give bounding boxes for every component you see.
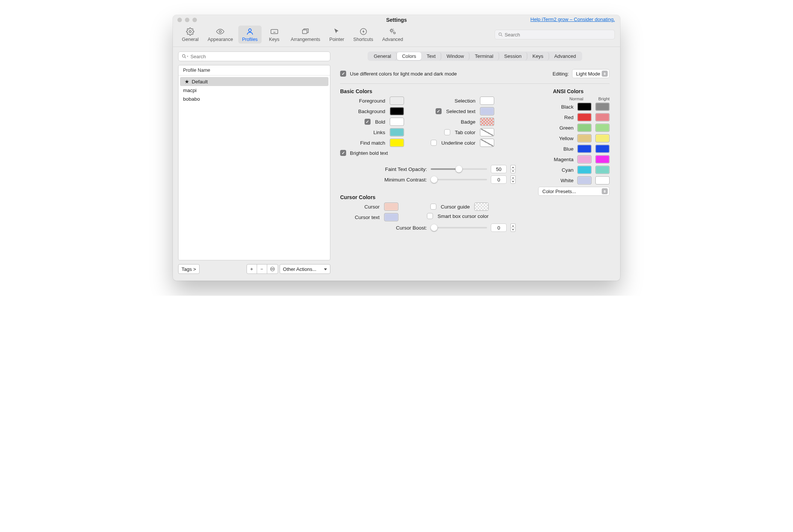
findmatch-label: Find match (360, 140, 385, 146)
min-contrast-slider[interactable] (431, 179, 487, 180)
bold-swatch[interactable] (390, 118, 404, 126)
cursor-boost-value[interactable]: 0 (491, 224, 507, 232)
ansi-white-bright[interactable] (595, 176, 610, 184)
profile-row[interactable]: macpi (179, 86, 330, 95)
profile-panel: General Colors Text Window Terminal Sess… (335, 51, 615, 274)
subtab-keys[interactable]: Keys (527, 52, 549, 60)
smart-box-cursor-label: Smart box cursor color (437, 213, 489, 219)
min-contrast-value[interactable]: 0 (491, 175, 507, 184)
use-diff-colors-checkbox[interactable] (340, 71, 346, 77)
tab-shortcuts[interactable]: Shortcuts (350, 26, 377, 44)
min-contrast-stepper[interactable] (510, 175, 516, 184)
ansi-yellow-bright[interactable] (595, 134, 610, 142)
findmatch-swatch[interactable] (390, 139, 404, 147)
tab-color-label: Tab color (455, 130, 475, 135)
cursor-guide-swatch[interactable] (474, 203, 489, 211)
cursor-guide-label: Cursor guide (441, 204, 470, 210)
donate-link[interactable]: Help iTerm2 grow – Consider donating. (530, 17, 615, 22)
profile-list: ★ Default macpi bobabo (179, 76, 330, 260)
content: Profile Name ★ Default macpi bobabo Tags… (173, 47, 620, 281)
ansi-red-label: Red (564, 115, 574, 120)
ansi-cyan-bright[interactable] (595, 166, 610, 174)
tags-button[interactable]: Tags > (178, 264, 200, 274)
cursor-boost-stepper[interactable] (510, 224, 516, 232)
tab-keys[interactable]: Keys (263, 26, 286, 44)
ansi-black-normal[interactable] (577, 103, 592, 111)
profile-row[interactable]: bobabo (179, 95, 330, 103)
subtab-text[interactable]: Text (421, 52, 441, 60)
ansi-white-normal[interactable] (577, 176, 592, 184)
ansi-black-bright[interactable] (595, 103, 610, 111)
profile-row[interactable]: ★ Default (180, 77, 328, 86)
foreground-swatch[interactable] (390, 97, 404, 105)
ansi-green-bright[interactable] (595, 124, 610, 132)
underline-color-checkbox[interactable] (431, 140, 437, 146)
tab-pointer[interactable]: Pointer (325, 26, 348, 44)
subtab-session[interactable]: Session (499, 52, 527, 60)
cursor-swatch[interactable] (384, 203, 398, 211)
brighten-bold-label: Brighten bold text (350, 150, 388, 156)
ansi-red-bright[interactable] (595, 113, 610, 121)
cursor-text-swatch[interactable] (384, 213, 398, 221)
profile-search-input[interactable] (191, 54, 327, 59)
ansi-cyan-normal[interactable] (577, 166, 592, 174)
bolt-icon (359, 27, 368, 36)
smart-box-cursor-checkbox[interactable] (427, 213, 433, 219)
ansi-blue-normal[interactable] (577, 145, 592, 153)
faint-opacity-value[interactable]: 50 (491, 165, 507, 173)
tab-profiles[interactable]: Profiles (238, 26, 262, 44)
remove-profile-button[interactable]: － (257, 264, 267, 274)
ansi-red-normal[interactable] (577, 113, 592, 121)
add-profile-button[interactable]: ＋ (247, 264, 257, 274)
ansi-magenta-bright[interactable] (595, 155, 610, 163)
selected-text-swatch[interactable] (480, 107, 494, 115)
badge-swatch[interactable] (480, 118, 494, 126)
cursor-guide-checkbox[interactable] (430, 204, 436, 210)
selection-swatch[interactable] (480, 97, 494, 105)
ansi-yellow-normal[interactable] (577, 134, 592, 142)
profile-search[interactable] (178, 51, 330, 61)
svg-point-11 (271, 269, 272, 269)
tab-color-checkbox[interactable] (444, 129, 450, 135)
foreground-label: Foreground (359, 98, 385, 104)
links-swatch[interactable] (390, 128, 404, 136)
minimize-dot[interactable] (185, 18, 189, 22)
other-actions-dropdown[interactable]: Other Actions... (280, 264, 330, 274)
subtab-window[interactable]: Window (441, 52, 469, 60)
cursor-boost-slider[interactable] (431, 227, 487, 228)
underline-color-swatch[interactable] (480, 139, 494, 147)
editing-mode-select[interactable]: Light Mode (572, 69, 610, 78)
subtab-colors[interactable]: Colors (397, 52, 422, 60)
close-dot[interactable] (177, 18, 182, 22)
person-icon (246, 27, 254, 36)
subtab-terminal[interactable]: Terminal (469, 52, 499, 60)
toolbar-search[interactable] (495, 30, 615, 39)
tab-general[interactable]: General (178, 26, 202, 44)
brighten-bold-checkbox[interactable] (340, 150, 346, 156)
tab-appearance[interactable]: Appearance (204, 26, 236, 44)
subtab-general[interactable]: General (368, 52, 396, 60)
subtab-advanced[interactable]: Advanced (549, 52, 581, 60)
background-swatch[interactable] (390, 107, 404, 115)
ellipsis-icon[interactable] (267, 264, 278, 274)
color-presets-select[interactable]: Color Presets... (538, 187, 610, 196)
toolbar: General Appearance Profiles Keys Arrange… (173, 25, 620, 47)
ansi-blue-bright[interactable] (595, 145, 610, 153)
tab-color-swatch[interactable] (480, 128, 494, 136)
ansi-green-normal[interactable] (577, 124, 592, 132)
gear-icon (186, 27, 194, 36)
tab-arrangements[interactable]: Arrangements (287, 26, 324, 44)
toolbar-search-input[interactable] (505, 32, 611, 38)
selected-text-label: Selected text (446, 109, 475, 114)
selection-label: Selection (454, 98, 475, 104)
selected-text-checkbox[interactable] (436, 108, 442, 114)
tab-advanced[interactable]: Advanced (378, 26, 407, 44)
profile-header[interactable]: Profile Name (179, 65, 330, 76)
faint-opacity-stepper[interactable] (510, 165, 516, 173)
ansi-magenta-label: Magenta (554, 157, 574, 162)
profile-label: bobabo (183, 96, 200, 102)
faint-opacity-slider[interactable] (431, 168, 487, 170)
ansi-magenta-normal[interactable] (577, 155, 592, 163)
bold-checkbox[interactable] (365, 119, 371, 125)
zoom-dot[interactable] (192, 18, 197, 22)
